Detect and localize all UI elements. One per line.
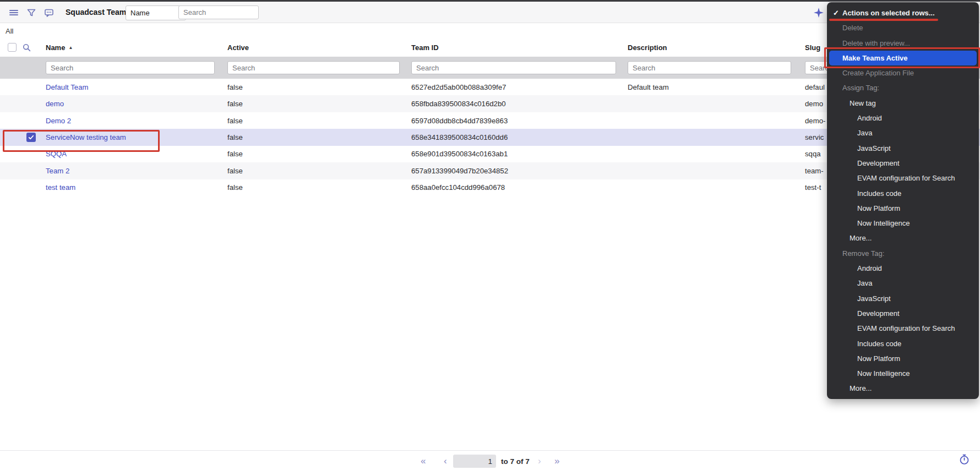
menu-item[interactable]: Includes code [827,186,979,201]
menu-item-label: JavaScript [857,144,891,152]
menu-item-label: Android [857,114,882,122]
slug-value: test-t [805,179,821,196]
search-icon[interactable] [23,43,31,54]
column-header-description[interactable]: Description [628,39,667,57]
menu-item[interactable]: Now Intelligence [827,216,979,231]
menu-item[interactable]: Java [827,276,979,291]
page-number-input[interactable]: 1 [453,455,496,468]
list-search-input[interactable] [178,6,259,19]
next-page-icon[interactable]: › [538,453,541,469]
menu-item-label: Remove Tag: [842,249,884,258]
menu-item[interactable]: Development [827,306,979,321]
menu-item[interactable]: ✓Actions on selected rows... [827,6,979,20]
team-name-link[interactable]: Team 2 [46,162,69,179]
menu-item[interactable]: Development [827,156,979,171]
team-id-value: 658fbda839500834c016d2b0 [411,95,506,112]
footer-divider [0,450,980,451]
filter-input-active[interactable] [227,61,400,74]
slug-value: team- [805,162,824,179]
team-id-value: 657a913399049d7b20e34852 [411,162,508,179]
menu-item[interactable]: Make Teams Active [829,51,977,65]
menu-item-label: Assign Tag: [842,84,879,92]
menu-item-label: Delete with preview... [842,39,910,47]
pagination: « ‹ 1 to 7 of 7 › » [0,453,980,470]
active-value: false [227,79,243,95]
column-header-name[interactable]: Name ▲ [46,39,73,57]
select-all-checkbox[interactable] [8,43,17,52]
menu-item-label: EVAM configuration for Search [857,324,955,332]
menu-item-label: Includes code [857,189,901,198]
column-header-active[interactable]: Active [227,39,249,57]
menu-item[interactable]: Now Platform [827,351,979,366]
menu-item[interactable]: More... [827,381,979,396]
page-title: Squadcast Teams [66,2,130,23]
menu-item[interactable]: JavaScript [827,141,979,156]
menu-item-label: More... [850,384,872,392]
menu-item-label: Now Intelligence [857,369,910,378]
menu-item: Delete [827,20,979,35]
last-page-icon[interactable]: » [554,453,559,469]
menu-item: Create Application File [827,65,979,80]
menu-item-label: More... [850,234,872,242]
menu-item-label: Android [857,264,882,272]
menu-item-label: New tag [850,99,876,107]
team-name-link[interactable]: Default Team [46,79,88,95]
team-name-link[interactable]: test team [46,179,75,196]
menu-item[interactable]: New tag [827,96,979,111]
menu-item[interactable]: Java [827,125,979,140]
first-page-icon[interactable]: « [421,453,425,469]
menu-item-label: Java [857,279,872,287]
menu-item[interactable]: EVAM configuration for Search [827,171,979,185]
slug-value: demo [805,95,823,112]
checkmark-icon: ✓ [833,6,839,20]
column-header-team-id[interactable]: Team ID [411,39,439,57]
team-name-link[interactable]: ServiceNow testing team [46,129,126,145]
filter-funnel-icon[interactable] [26,8,36,18]
menu-item-label: Java [857,129,872,137]
menu-item[interactable]: Android [827,111,979,125]
filter-input-name[interactable] [46,61,215,74]
active-value: false [227,146,243,162]
menu-item[interactable]: EVAM configuration for Search [827,321,979,336]
slug-value: defaul [805,79,825,95]
menu-item-label: EVAM configuration for Search [857,174,955,182]
menu-item[interactable]: Now Intelligence [827,366,979,381]
sparkle-icon[interactable] [813,7,824,20]
slug-value: sqqa [805,146,821,162]
menu-section-label: Remove Tag: [827,246,979,261]
team-name-link[interactable]: SQQA [46,146,67,162]
menu-item[interactable]: More... [827,231,979,245]
list-refresh-timer-icon[interactable] [959,453,970,467]
menu-item-label: Actions on selected rows... [842,9,935,17]
sort-asc-icon: ▲ [68,45,73,50]
team-id-value: 6527ed2d5ab00b088a309fe7 [411,79,506,95]
menu-item[interactable]: Includes code [827,336,979,351]
menu-item-label: Development [857,159,900,167]
team-name-link[interactable]: Demo 2 [46,112,71,129]
filter-input-description[interactable] [628,61,791,74]
menu-item-label: Includes code [857,340,901,348]
breadcrumb-all[interactable]: All [6,23,13,39]
menu-item[interactable]: Android [827,261,979,276]
team-name-link[interactable]: demo [46,95,64,112]
chat-bubble-icon[interactable] [44,8,54,18]
slug-value: demo- [805,112,825,129]
menu-item-label: Delete [842,24,863,32]
team-id-value: 658e341839500834c0160dd6 [411,129,508,145]
search-field-dropdown[interactable]: Name ▾ [126,6,186,20]
prev-page-icon[interactable]: ‹ [444,453,447,469]
active-value: false [227,162,243,179]
hamburger-menu-icon[interactable] [9,8,19,18]
context-menu: ✓Actions on selected rows...DeleteDelete… [827,2,979,399]
team-id-value: 658aa0efcc104cdd996a0678 [411,179,505,196]
menu-item[interactable]: Now Platform [827,201,979,216]
description-value: Default team [628,79,669,95]
menu-item-label: Create Application File [842,69,914,77]
menu-section-label: Assign Tag: [827,80,979,95]
row-checkbox-checked[interactable] [26,133,36,142]
menu-item-label: Now Platform [857,204,900,212]
filter-input-team-id[interactable] [411,61,616,74]
column-header-slug[interactable]: Slug [805,39,820,57]
active-value: false [227,95,243,112]
menu-item[interactable]: JavaScript [827,291,979,306]
